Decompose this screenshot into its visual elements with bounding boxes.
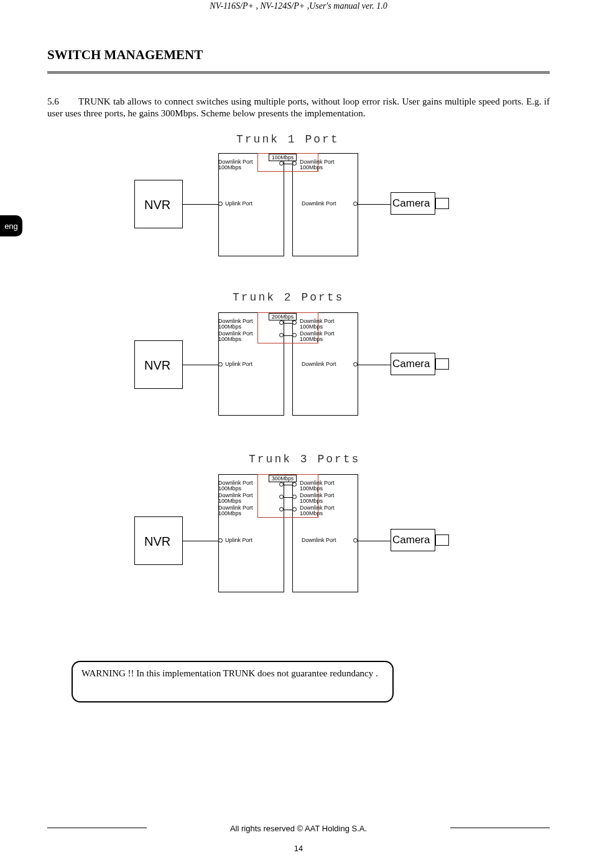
left-port-label-3b: Downlink Port 100Mbps [218, 493, 253, 505]
downlink-label-3: Downlink Port [302, 538, 336, 543]
nvr-label-1: NVR [144, 198, 170, 212]
line-sw-cam-3 [358, 541, 391, 541]
line-nvr-sw-3 [183, 541, 218, 541]
line-nvr-sw-1 [183, 204, 218, 205]
uplink-dot-3 [218, 538, 223, 543]
section-rule [47, 72, 550, 73]
nvr-label-3: NVR [144, 534, 170, 549]
left-port-label-2a: Downlink Port 100Mbps [218, 319, 253, 330]
speed-3: 300Mbps [269, 475, 297, 482]
speed-2: 200Mbps [269, 313, 297, 320]
camera-label-2: Camera [392, 358, 430, 370]
camera-box-2: Camera [391, 353, 435, 375]
camera-lens-3 [435, 534, 449, 546]
nvr-box-1: NVR [134, 180, 183, 228]
diagram-title-1: Trunk 1 Port [236, 133, 340, 146]
line-sw-cam-2 [358, 365, 391, 365]
downlink-label-2: Downlink Port [302, 362, 336, 367]
left-port-label-2b: Downlink Port 100Mbps [218, 331, 253, 343]
camera-box-3: Camera [391, 529, 435, 551]
body-text: TRUNK tab allows to connect switches usi… [47, 96, 550, 118]
camera-lens-2 [435, 358, 449, 370]
uplink-label-1: Uplink Port [225, 201, 252, 207]
downlink-dot-3 [353, 538, 358, 543]
section-title: SWITCH MANAGEMENT [47, 47, 597, 63]
downlink-dot-1 [353, 202, 358, 206]
nvr-box-3: NVR [134, 516, 183, 565]
body-paragraph: 5.6TRUNK tab allows to connect switches … [47, 96, 550, 119]
downlink-dot-2 [353, 362, 358, 366]
line-nvr-sw-2 [183, 365, 218, 365]
warning-box: WARNING !! In this implementation TRUNK … [72, 661, 394, 702]
diagram-title-2: Trunk 2 Ports [233, 291, 344, 304]
camera-box-1: Camera [391, 192, 435, 215]
doc-header: NV-116S/P+ , NV-124S/P+ ,User's manual v… [0, 0, 597, 11]
camera-label-3: Camera [392, 534, 430, 546]
camera-lens-1 [435, 198, 449, 209]
left-port-label-3a: Downlink Port 100Mbps [218, 480, 253, 492]
footer-text: All rights reserved © AAT Holding S.A. [0, 824, 597, 833]
nvr-box-2: NVR [134, 340, 183, 389]
warning-text: WARNING !! In this implementation TRUNK … [81, 668, 378, 678]
uplink-dot-1 [218, 202, 223, 206]
uplink-dot-2 [218, 362, 223, 366]
diagram-title-3: Trunk 3 Ports [249, 453, 360, 465]
nvr-label-2: NVR [144, 358, 170, 373]
section-number: 5.6 [47, 96, 78, 108]
left-port-label-1: Downlink Port 100Mbps [218, 159, 253, 171]
page-number: 14 [0, 844, 597, 853]
line-sw-cam-1 [358, 204, 391, 205]
downlink-label-1: Downlink Port [302, 201, 336, 207]
diagrams-area: Trunk 1 Port NVR Camera Uplink Port Down… [0, 133, 597, 643]
uplink-label-2: Uplink Port [225, 362, 252, 367]
speed-1: 100Mbps [269, 154, 297, 161]
left-port-label-3c: Downlink Port 100Mbps [218, 505, 253, 517]
camera-label-1: Camera [392, 197, 430, 210]
uplink-label-3: Uplink Port [225, 538, 252, 543]
